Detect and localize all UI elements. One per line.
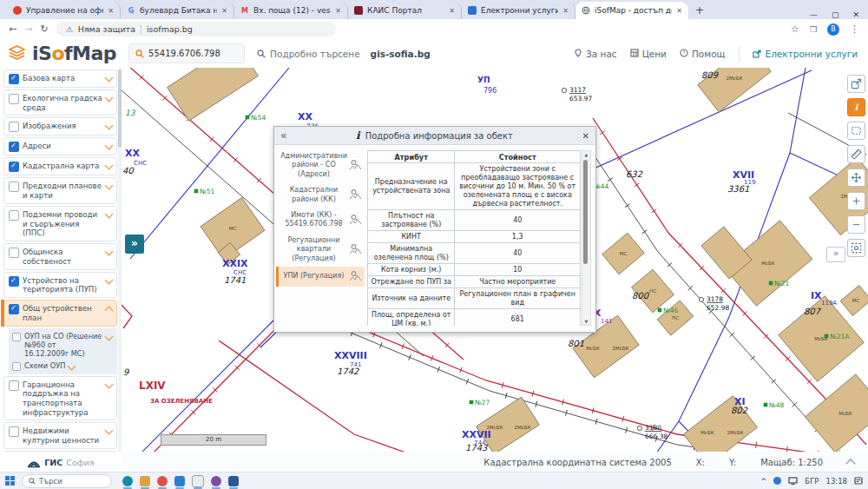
sidebar-item[interactable]: Адреси (3, 137, 117, 155)
zoom-to-feature-icon[interactable] (349, 243, 364, 256)
browser-tab[interactable]: MВх. поща (12) - veselina.karka...✕ (234, 2, 348, 19)
sidebar-item[interactable]: Екологична градска среда (3, 89, 117, 116)
layers-icon[interactable] (9, 45, 25, 62)
taskbar-app-edge[interactable] (122, 476, 133, 486)
chevron-up-icon[interactable] (105, 307, 114, 315)
select-area-button[interactable] (847, 122, 865, 140)
dialog-layer-item[interactable]: Кадастрални райони (КК) (276, 182, 365, 208)
url-field[interactable]: ⚠ Няма защита isofmap.bg (56, 22, 336, 36)
gis-sofia-link[interactable]: gis-sofia.bg (371, 49, 431, 59)
chevron-down-icon[interactable] (105, 426, 114, 435)
isofmap-logo[interactable]: iSofMap (32, 43, 116, 64)
chevron-down-icon[interactable] (105, 142, 114, 150)
notifications-icon[interactable] (854, 477, 863, 485)
sidebar-item[interactable]: Изображения (3, 117, 117, 135)
collapse-statusbar-icon[interactable] (845, 459, 855, 468)
tab-close-icon[interactable]: ✕ (562, 7, 569, 15)
close-window-button[interactable]: ✕ (852, 10, 859, 19)
sidebar-item[interactable]: Подземни проводи и съоръжения (ППС) (3, 206, 117, 241)
dialog-collapse-button[interactable]: « (280, 129, 286, 142)
browser-tab[interactable]: Управление на офертите -✕ (7, 2, 121, 19)
bookmark-star-icon[interactable]: ☆ (791, 23, 799, 35)
eservices-link[interactable]: Електронни услуги (753, 49, 858, 59)
layer-checkbox[interactable] (9, 182, 19, 192)
chevron-down-icon[interactable] (105, 182, 114, 190)
sidebar-subitem[interactable]: ОУП на СО (Решение №960 от 16.12.2009г М… (10, 330, 115, 360)
taskbar-app-file-explorer[interactable] (140, 476, 150, 486)
security-label[interactable]: Няма защита (78, 24, 135, 34)
search-input[interactable]: 55419.6706.798 (128, 43, 245, 63)
browser-tab[interactable]: iSofMap - достъп до цифров...✕ (575, 2, 688, 19)
sidebar-subitem[interactable]: Схеми ОУП (10, 360, 115, 373)
chevron-down-icon[interactable] (68, 361, 76, 370)
taskbar-app-notes-app[interactable] (192, 475, 204, 487)
side-panel-icon[interactable]: ❒ (810, 25, 817, 34)
layer-checkbox[interactable] (9, 74, 19, 84)
tab-close-icon[interactable]: ✕ (108, 7, 114, 15)
sidebar-item[interactable]: Предходни планове и карти (3, 177, 117, 203)
pan-button[interactable] (847, 169, 865, 187)
expand-panel-button[interactable]: » (826, 247, 845, 262)
layer-checkbox[interactable] (9, 276, 19, 287)
taskbar-app-word[interactable] (228, 476, 239, 486)
back-button[interactable]: ← (9, 23, 16, 35)
layer-checkbox[interactable] (9, 142, 19, 152)
gis-sofia-logo-text[interactable]: ГИС (44, 458, 62, 467)
chevron-down-icon[interactable] (105, 209, 114, 218)
new-tab-button[interactable]: + (695, 4, 704, 17)
maximize-button[interactable]: ▢ (832, 10, 839, 19)
layer-checkbox[interactable] (9, 162, 19, 172)
minimize-button[interactable]: — (810, 10, 818, 19)
clock[interactable]: 13:18 (826, 477, 848, 486)
language-indicator[interactable]: БГР (805, 477, 819, 486)
sidebar-item[interactable]: Базова карта (3, 69, 117, 88)
profile-avatar[interactable]: В (827, 23, 839, 36)
layer-checkbox[interactable] (9, 248, 19, 258)
browser-tab[interactable]: Gбулевард Битака нов булева...✕ (121, 2, 234, 19)
chevron-down-icon[interactable] (105, 162, 114, 170)
open-in-new-button[interactable] (847, 75, 865, 93)
browser-tab[interactable]: КАИС Портал✕ (348, 2, 462, 19)
taskbar-app-chrome[interactable] (157, 476, 168, 486)
layer-checkbox[interactable] (9, 122, 19, 132)
tray-expand-icon[interactable]: ^ (760, 477, 766, 486)
identify-info-button[interactable]: i (847, 98, 865, 116)
reload-button[interactable]: ↻ (40, 23, 48, 35)
chevron-down-icon[interactable] (105, 275, 114, 284)
sidebar-item[interactable]: Кадастрална карта (3, 157, 117, 175)
taskbar-search[interactable]: Търси (22, 474, 112, 488)
header-nav-pin[interactable]: За нас (574, 49, 617, 59)
dialog-layer-item[interactable]: УПИ (Регулация) (276, 267, 365, 287)
zoom-to-feature-icon[interactable] (349, 188, 364, 202)
layer-checkbox[interactable] (12, 362, 21, 371)
tab-close-icon[interactable]: ✕ (676, 7, 682, 15)
dialog-close-button[interactable]: ✕ (582, 131, 589, 141)
network-icon[interactable] (788, 477, 798, 485)
zoom-out-button[interactable] (847, 215, 865, 234)
zoom-in-button[interactable] (847, 192, 865, 210)
measure-button[interactable] (847, 145, 865, 163)
tray-app-icon[interactable] (773, 477, 781, 485)
browser-menu-icon[interactable]: ⋮ (850, 23, 859, 35)
dialog-layer-item[interactable]: Административни райони - СО (Адреси) (276, 149, 365, 182)
layer-checkbox[interactable] (9, 426, 19, 437)
layer-checkbox[interactable] (9, 94, 19, 104)
layer-checkbox[interactable] (9, 304, 19, 314)
chevron-down-icon[interactable] (105, 248, 114, 256)
zoom-to-feature-icon[interactable] (349, 270, 364, 283)
full-extent-button[interactable] (847, 239, 865, 257)
dialog-layer-item[interactable]: Имоти (КК) - 55419.6706.798 (276, 208, 365, 233)
header-nav-help[interactable]: ?Помощ (680, 49, 726, 59)
tab-close-icon[interactable]: ✕ (221, 7, 227, 15)
zoom-to-feature-icon[interactable] (349, 214, 364, 227)
url-text[interactable]: isofmap.bg (147, 24, 193, 34)
chevron-down-icon[interactable] (105, 74, 114, 83)
start-button[interactable] (5, 476, 15, 486)
taskbar-app-viber[interactable] (211, 476, 221, 486)
table-scrollbar[interactable]: ▲▼ (582, 150, 591, 326)
dialog-layer-item[interactable]: Регулационни квартали (Регулация) (276, 233, 365, 267)
header-nav-grid[interactable]: Цени (630, 49, 667, 59)
sidebar-item[interactable]: Гаранционна поддръжка на транспортната и… (3, 376, 117, 421)
layer-checkbox[interactable] (12, 333, 21, 341)
sidebar-item[interactable]: Общинска собственост (3, 243, 117, 269)
